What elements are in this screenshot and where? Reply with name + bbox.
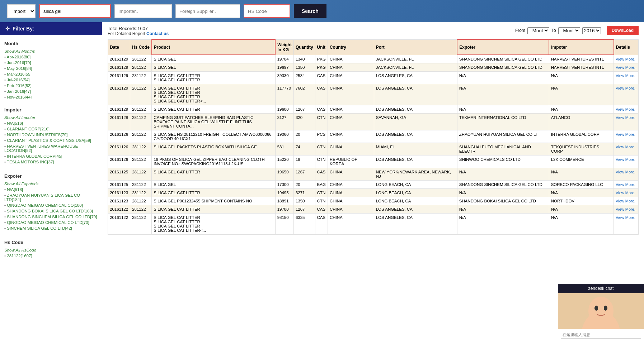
- cell-port: LOS ANGELES, CA: [374, 84, 457, 105]
- list-item[interactable]: • May-2016[84]: [4, 66, 98, 71]
- exporter-list: Show All Expoter's • N/A[518] • ZHAOYUAN…: [4, 181, 98, 231]
- cell-unit: PCS: [315, 130, 328, 143]
- importer-link[interactable]: TESLA MOTORS INC[37]: [7, 160, 54, 164]
- list-item[interactable]: • N/A[516]: [4, 120, 98, 126]
- hscode-link[interactable]: 281122[1607]: [7, 254, 32, 258]
- cell-details[interactable]: View More..: [614, 214, 639, 235]
- cell-details[interactable]: View More..: [614, 130, 639, 143]
- list-item[interactable]: Show All HsCode: [4, 247, 98, 253]
- contact-link[interactable]: Contact us: [146, 31, 169, 36]
- cell-details[interactable]: View More..: [614, 72, 639, 84]
- cell-port: LOS ANGELES, CA: [374, 130, 457, 143]
- cell-country: CHINA: [328, 189, 374, 197]
- importer-link[interactable]: N/A[516]: [7, 121, 23, 125]
- list-item[interactable]: • TESLA MOTORS INC[37]: [4, 159, 98, 165]
- content-header: Total Records:1607 For Detailed Report C…: [108, 26, 639, 36]
- exporter-link[interactable]: N/A[518]: [7, 187, 23, 192]
- cell-details[interactable]: View More..: [614, 205, 639, 214]
- cell-details[interactable]: View More..: [614, 63, 639, 72]
- cell-details[interactable]: View More..: [614, 155, 639, 168]
- list-item[interactable]: • Jun-2016[79]: [4, 60, 98, 66]
- importer-link[interactable]: HARVEST VENTURES WAREHOUSE LOCATION[52]: [4, 144, 78, 153]
- list-item[interactable]: • Feb-2016[52]: [4, 83, 98, 88]
- month-link[interactable]: Jan-2016[47]: [7, 89, 31, 94]
- cell-details[interactable]: View More..: [614, 114, 639, 130]
- list-item[interactable]: • CLARIANT CORP[216]: [4, 126, 98, 132]
- list-item[interactable]: • Nov-2016[44]: [4, 94, 98, 99]
- hscode-input[interactable]: [244, 4, 290, 18]
- th-hscode: Hs Code: [130, 39, 152, 55]
- zendesk-chat-header[interactable]: zendesk chat: [558, 284, 644, 293]
- exporter-link[interactable]: SHANDONG BOKAI SILICA GEL CO LTD[103]: [7, 209, 93, 213]
- show-all-months-link[interactable]: Show All Months: [4, 49, 35, 53]
- importer-input[interactable]: [114, 4, 172, 18]
- list-item[interactable]: • SHANDONG SINCHEM SILICA GEL CO LTD[79]: [4, 214, 98, 220]
- importer-link[interactable]: CLARIANT PLASTICS & COATINGS USA[59]: [7, 138, 91, 143]
- show-all-importer-link[interactable]: Show All Impoter: [4, 115, 36, 120]
- to-month-select[interactable]: --Mont: [558, 27, 580, 34]
- show-all-hscode-link[interactable]: Show All HsCode: [4, 248, 36, 252]
- exporter-link[interactable]: SINCHEM SILICA GEL CO LTD[42]: [7, 226, 72, 230]
- list-item[interactable]: • 281122[1607]: [4, 253, 98, 259]
- month-link[interactable]: Feb-2016[52]: [7, 83, 31, 88]
- list-item[interactable]: • N/A[518]: [4, 187, 98, 192]
- cell-details[interactable]: View More..: [614, 84, 639, 105]
- list-item[interactable]: • CLARIANT PLASTICS & COATINGS USA[59]: [4, 138, 98, 143]
- cell-details[interactable]: View More..: [614, 105, 639, 114]
- cell-date: 20161126: [108, 130, 130, 143]
- month-link[interactable]: Jul-2016[54]: [7, 78, 29, 82]
- list-item[interactable]: • INTERRA GLOBAL CORP[45]: [4, 153, 98, 159]
- import-type-select[interactable]: import export: [7, 4, 36, 18]
- list-item[interactable]: • Mar-2016[55]: [4, 71, 98, 77]
- exporter-link[interactable]: QINGDAO MEIGAO CHEMICAL CO LTD[70]: [7, 220, 89, 225]
- list-item[interactable]: • Jul-2016[54]: [4, 77, 98, 83]
- cell-date: 20161122: [108, 205, 130, 214]
- search-input[interactable]: [39, 4, 111, 18]
- zendesk-message-input[interactable]: [561, 331, 641, 339]
- month-link[interactable]: Apr-2016[80]: [7, 55, 31, 59]
- supplier-input[interactable]: [175, 4, 240, 18]
- cell-importer: N/A: [549, 168, 614, 181]
- cell-details[interactable]: View More..: [614, 189, 639, 197]
- exporter-link[interactable]: SHANDONG SINCHEM SILICA GEL CO LTD[79]: [7, 215, 97, 219]
- list-item[interactable]: Show All Impoter: [4, 115, 98, 120]
- month-link[interactable]: Mar-2016[55]: [7, 72, 31, 76]
- list-item[interactable]: • SHANDONG BOKAI SILICA GEL CO LTD[103]: [4, 208, 98, 214]
- list-item[interactable]: • NORTHDOWN INDUSTRIES[79]: [4, 132, 98, 138]
- cell-quantity: 19: [293, 155, 315, 168]
- list-item[interactable]: • Jan-2016[47]: [4, 88, 98, 94]
- list-item[interactable]: Show All Months: [4, 48, 98, 54]
- from-month-select[interactable]: --Mont: [527, 27, 549, 34]
- cell-details[interactable]: View More..: [614, 197, 639, 205]
- list-item[interactable]: Show All Expoter's: [4, 181, 98, 187]
- show-all-exporter-link[interactable]: Show All Expoter's: [4, 182, 38, 186]
- exporter-link[interactable]: QINGDAO MEIGAO CHEMICAL CO[180]: [7, 203, 83, 207]
- cell-port: LOS ANGELES, CA: [374, 205, 457, 214]
- cell-quantity: 6335: [293, 214, 315, 235]
- month-link[interactable]: Jun-2016[79]: [7, 61, 31, 65]
- importer-link[interactable]: CLARIANT CORP[216]: [7, 127, 50, 131]
- cell-details[interactable]: View More..: [614, 143, 639, 155]
- cell-details[interactable]: View More..: [614, 168, 639, 181]
- list-item[interactable]: • HARVEST VENTURES WAREHOUSE LOCATION[52…: [4, 143, 98, 153]
- to-label: To: [551, 28, 556, 33]
- list-item[interactable]: • QINGDAO MEIGAO CHEMICAL CO LTD[70]: [4, 220, 98, 225]
- importer-link[interactable]: INTERRA GLOBAL CORP[45]: [7, 154, 62, 158]
- month-link[interactable]: May-2016[84]: [7, 66, 32, 71]
- year-select[interactable]: 2016: [582, 27, 601, 34]
- table-row: 20161126281122SILICA GEL PACKETS PLASTIC…: [108, 143, 639, 155]
- download-button[interactable]: DownLoad: [607, 26, 639, 35]
- month-link[interactable]: Nov-2016[44]: [7, 95, 32, 99]
- list-item[interactable]: • QINGDAO MEIGAO CHEMICAL CO[180]: [4, 202, 98, 208]
- cell-details[interactable]: View More..: [614, 55, 639, 63]
- cell-importer: N/A: [549, 105, 614, 114]
- list-item[interactable]: • SINCHEM SILICA GEL CO LTD[42]: [4, 225, 98, 231]
- search-button[interactable]: Search: [294, 4, 326, 18]
- zendesk-avatar: [558, 293, 644, 329]
- exporter-link[interactable]: ZHAOYUAN HUIYUAN SILICA GEL CO LTD[184]: [4, 193, 80, 202]
- importer-heading: Impoter: [4, 107, 98, 112]
- cell-details[interactable]: View More..: [614, 181, 639, 189]
- importer-link[interactable]: NORTHDOWN INDUSTRIES[79]: [7, 133, 67, 137]
- list-item[interactable]: • ZHAOYUAN HUIYUAN SILICA GEL CO LTD[184…: [4, 192, 98, 202]
- list-item[interactable]: • Apr-2016[80]: [4, 54, 98, 60]
